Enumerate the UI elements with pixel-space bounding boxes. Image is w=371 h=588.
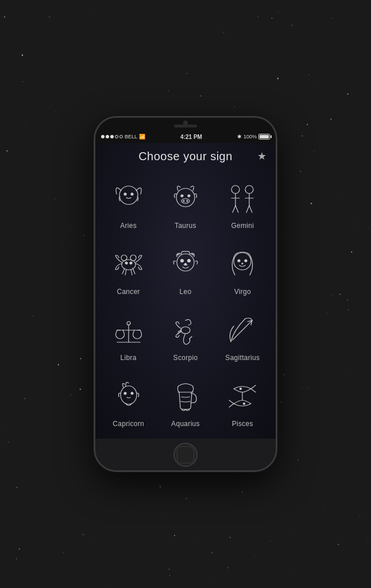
svg-point-20	[121, 255, 127, 261]
svg-point-9	[231, 185, 239, 194]
svg-line-18	[249, 206, 252, 212]
svg-point-8	[187, 200, 188, 202]
sign-item-taurus[interactable]: Taurus	[157, 170, 214, 236]
svg-point-3	[176, 188, 195, 207]
carrier-label: BELL	[125, 134, 137, 140]
svg-line-27	[133, 268, 135, 274]
signal-dot-5	[119, 135, 123, 138]
svg-line-17	[246, 206, 249, 212]
status-bar: BELL 📶 4:21 PM ✱ 100%	[95, 130, 276, 143]
svg-point-7	[183, 200, 184, 202]
sign-item-gemini[interactable]: Gemini	[214, 170, 271, 236]
svg-point-52	[244, 403, 245, 405]
leo-label: Leo	[180, 288, 192, 296]
status-time: 4:21 PM	[180, 134, 202, 140]
svg-point-29	[180, 260, 183, 262]
phone-speaker	[174, 125, 197, 127]
home-button[interactable]	[173, 443, 198, 467]
signal-dot-4	[115, 135, 118, 138]
app-screen: Choose your sign ★	[95, 143, 276, 439]
signs-grid: Aries	[95, 168, 276, 439]
taurus-icon	[164, 176, 207, 220]
sign-item-scorpio[interactable]: Scorpio	[157, 302, 214, 368]
capricorn-label: Capricorn	[113, 420, 144, 428]
sign-item-cancer[interactable]: Cancer	[100, 236, 157, 302]
sign-item-pisces[interactable]: Pisces	[214, 368, 271, 434]
libra-label: Libra	[121, 354, 137, 362]
svg-point-19	[122, 260, 136, 270]
scorpio-icon	[164, 308, 207, 352]
app-header: Choose your sign ★	[95, 143, 276, 168]
svg-point-51	[240, 388, 242, 390]
aries-icon	[107, 176, 150, 220]
aquarius-label: Aquarius	[171, 420, 200, 428]
libra-icon	[107, 308, 150, 352]
sign-item-sagittarius[interactable]: Sagittarius	[214, 302, 271, 368]
capricorn-icon	[107, 374, 150, 418]
svg-point-31	[184, 264, 186, 265]
home-button-inner	[177, 446, 194, 463]
svg-point-30	[187, 260, 190, 262]
sagittarius-label: Sagittarius	[225, 354, 260, 362]
svg-point-2	[131, 193, 133, 195]
svg-line-16	[235, 206, 238, 212]
svg-point-46	[121, 386, 137, 404]
svg-point-47	[124, 392, 126, 394]
signal-dot-3	[110, 135, 114, 138]
svg-point-35	[242, 263, 243, 264]
svg-line-15	[233, 206, 235, 212]
pisces-label: Pisces	[232, 420, 253, 428]
cancer-label: Cancer	[117, 288, 140, 296]
aries-label: Aries	[120, 222, 137, 230]
svg-line-24	[122, 268, 125, 274]
virgo-label: Virgo	[234, 288, 251, 296]
gemini-icon	[221, 176, 264, 220]
svg-line-25	[125, 269, 126, 275]
sign-item-leo[interactable]: Leo	[157, 236, 214, 302]
svg-point-34	[245, 260, 247, 262]
aquarius-icon	[164, 374, 207, 418]
pisces-icon	[221, 374, 264, 418]
svg-point-0	[119, 186, 138, 204]
svg-point-1	[124, 193, 126, 195]
wifi-icon: 📶	[139, 134, 145, 140]
virgo-icon	[221, 242, 264, 286]
cancer-icon	[107, 242, 150, 286]
svg-point-33	[238, 260, 240, 262]
svg-point-48	[131, 392, 133, 394]
svg-point-4	[181, 195, 183, 197]
sign-item-virgo[interactable]: Virgo	[214, 236, 271, 302]
taurus-label: Taurus	[175, 222, 196, 230]
svg-point-12	[245, 185, 253, 194]
leo-icon	[164, 242, 207, 286]
sign-item-aries[interactable]: Aries	[100, 170, 157, 236]
svg-point-21	[130, 255, 136, 261]
svg-point-32	[234, 253, 251, 270]
battery-percent: 100%	[244, 134, 257, 140]
sagittarius-icon	[221, 308, 264, 352]
phone-device: BELL 📶 4:21 PM ✱ 100% Choose your sign ★	[94, 116, 277, 472]
svg-point-5	[188, 195, 190, 197]
status-right: ✱ 100%	[237, 134, 270, 140]
svg-point-6	[181, 199, 190, 203]
scorpio-label: Scorpio	[173, 354, 198, 362]
battery-fill	[260, 135, 269, 138]
signal-dot-2	[106, 135, 109, 138]
svg-point-22	[125, 262, 127, 264]
phone-top-bar	[95, 118, 276, 130]
sign-item-libra[interactable]: Libra	[100, 302, 157, 368]
bluetooth-icon: ✱	[237, 134, 242, 140]
svg-line-26	[131, 269, 132, 275]
signal-dot-1	[101, 135, 105, 138]
sign-item-aquarius[interactable]: Aquarius	[157, 368, 214, 434]
favorites-button[interactable]: ★	[257, 150, 266, 163]
signal-dots	[101, 135, 123, 138]
sign-item-capricorn[interactable]: Capricorn	[100, 368, 157, 434]
status-left: BELL 📶	[101, 134, 145, 140]
svg-point-42	[181, 327, 190, 334]
battery-icon	[258, 134, 270, 140]
gemini-label: Gemini	[231, 222, 254, 230]
phone-bottom	[95, 439, 276, 470]
page-title: Choose your sign	[138, 150, 233, 163]
svg-point-23	[130, 262, 132, 264]
